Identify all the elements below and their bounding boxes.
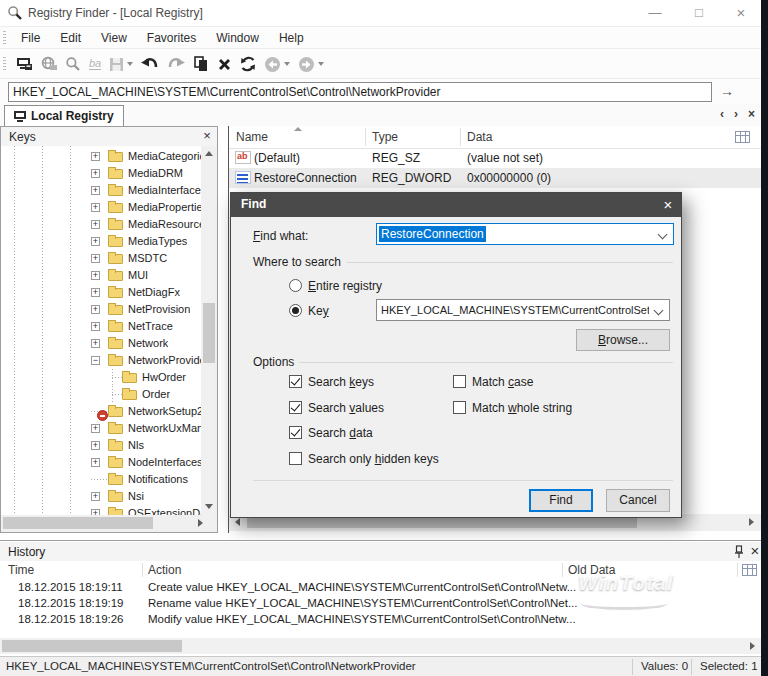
- entire-registry-radio[interactable]: [289, 279, 302, 292]
- delete-icon[interactable]: [213, 52, 236, 76]
- scroll-right-icon[interactable]: [750, 642, 755, 650]
- menu-help[interactable]: Help: [269, 28, 314, 48]
- tree-item-Nls[interactable]: +Nls: [1, 437, 201, 454]
- copy-icon[interactable]: [189, 52, 213, 76]
- find-button[interactable]: Find: [529, 489, 593, 512]
- tree-vertical-scrollbar[interactable]: [201, 146, 217, 515]
- chevron-down-icon[interactable]: [658, 230, 668, 240]
- scrollbar-thumb[interactable]: [3, 517, 153, 529]
- tree-expander-icon[interactable]: +: [91, 271, 100, 280]
- find-dialog-titlebar[interactable]: Find ×: [231, 193, 681, 217]
- key-radio[interactable]: [289, 304, 302, 317]
- tree-item-MUI[interactable]: +MUI: [1, 267, 201, 284]
- tree-item-Notifications[interactable]: Notifications: [1, 471, 201, 488]
- refresh-icon[interactable]: [236, 52, 260, 76]
- scroll-right-icon[interactable]: [749, 518, 754, 526]
- tree-expander-icon[interactable]: +: [91, 492, 100, 501]
- tree-item-MediaResource[interactable]: +MediaResource: [1, 216, 201, 233]
- checkbox-search-only-hidden-keys[interactable]: [289, 452, 302, 465]
- scroll-down-icon[interactable]: [205, 504, 213, 509]
- tree-expander-icon[interactable]: +: [91, 458, 100, 467]
- browse-button[interactable]: Browse...: [576, 329, 670, 351]
- column-options-icon[interactable]: [742, 564, 757, 576]
- tree-expander-icon[interactable]: +: [91, 152, 100, 161]
- tree-expander-icon[interactable]: +: [91, 339, 100, 348]
- tree-expander-icon[interactable]: −: [91, 356, 100, 365]
- history-row[interactable]: 18.12.2015 18:19:19 Rename value HKEY_LO…: [0, 596, 761, 612]
- tree-item-MediaPropertie[interactable]: +MediaPropertie: [1, 199, 201, 216]
- menu-window[interactable]: Window: [206, 28, 269, 48]
- history-horizontal-scrollbar[interactable]: [0, 638, 761, 654]
- keys-close-icon[interactable]: ×: [199, 128, 215, 144]
- tree-item-OSExtensionDat[interactable]: +OSExtensionDat: [1, 505, 201, 515]
- tree-item-MediaInterface[interactable]: +MediaInterface: [1, 182, 201, 199]
- tree-item-HwOrder[interactable]: HwOrder: [1, 369, 201, 386]
- entire-registry-label[interactable]: Entire registry: [308, 279, 382, 293]
- forward-icon[interactable]: [294, 52, 328, 76]
- checkbox-search-values[interactable]: [289, 401, 302, 414]
- checkbox-match-case[interactable]: [453, 375, 466, 388]
- tree-item-Nsi[interactable]: +Nsi: [1, 488, 201, 505]
- tree-expander-icon[interactable]: +: [91, 322, 100, 331]
- address-input[interactable]: [8, 82, 712, 102]
- menu-view[interactable]: View: [91, 28, 137, 48]
- rename-icon[interactable]: ba: [85, 52, 105, 76]
- menu-edit[interactable]: Edit: [50, 28, 91, 48]
- tree-expander-icon[interactable]: +: [91, 424, 100, 433]
- tree-item-MediaDRM[interactable]: +MediaDRM: [1, 165, 201, 182]
- tab-local-registry[interactable]: Local Registry: [4, 105, 124, 126]
- tree-expander-icon[interactable]: +: [91, 305, 100, 314]
- column-name[interactable]: Name: [236, 130, 268, 144]
- forward-dropdown-icon[interactable]: [318, 62, 324, 66]
- checkbox-match-whole-string[interactable]: [453, 401, 466, 414]
- history-row[interactable]: 18.12.2015 18:19:26 Modify value HKEY_LO…: [0, 612, 761, 628]
- redo-icon[interactable]: [163, 52, 189, 76]
- maximize-button[interactable]: □: [684, 4, 714, 22]
- key-radio-label[interactable]: Key: [308, 304, 329, 318]
- tree-item-MediaCategorie[interactable]: +MediaCategorie: [1, 148, 201, 165]
- column-options-icon[interactable]: [735, 131, 750, 143]
- column-type[interactable]: Type: [372, 130, 398, 144]
- tab-scroll-left-icon[interactable]: ‹: [720, 107, 724, 121]
- scrollbar-thumb[interactable]: [2, 640, 182, 652]
- menu-file[interactable]: File: [11, 28, 50, 48]
- find-dialog-close-icon[interactable]: ×: [657, 195, 679, 215]
- tree-item-NetDiagFx[interactable]: +NetDiagFx: [1, 284, 201, 301]
- tree-item-Order[interactable]: Order: [1, 386, 201, 403]
- minimize-button[interactable]: —: [640, 4, 670, 22]
- tree-item-NetworkUxMan[interactable]: +NetworkUxMan: [1, 420, 201, 437]
- back-icon[interactable]: [260, 52, 294, 76]
- connect-local-registry-icon[interactable]: [12, 52, 37, 76]
- tree-expander-icon[interactable]: +: [91, 288, 100, 297]
- find-icon[interactable]: [61, 52, 85, 76]
- tree-item-NodeInterfaces[interactable]: +NodeInterfaces: [1, 454, 201, 471]
- connect-remote-registry-icon[interactable]: [37, 52, 61, 76]
- tree-item-NetworkSetup2[interactable]: NetworkSetup2: [1, 403, 201, 420]
- chevron-down-icon[interactable]: [654, 306, 664, 316]
- tree-item-MSDTC[interactable]: +MSDTC: [1, 250, 201, 267]
- column-time[interactable]: Time: [8, 563, 34, 577]
- tab-close-icon[interactable]: ×: [748, 107, 755, 121]
- tree-expander-icon[interactable]: +: [91, 254, 100, 263]
- close-button[interactable]: ×: [726, 4, 756, 22]
- tree-item-Network[interactable]: +Network: [1, 335, 201, 352]
- cancel-button[interactable]: Cancel: [606, 489, 670, 512]
- save-icon[interactable]: [105, 52, 137, 76]
- scroll-up-icon[interactable]: [205, 151, 213, 156]
- tree-item-NetProvision[interactable]: +NetProvision: [1, 301, 201, 318]
- scrollbar-thumb[interactable]: [203, 303, 215, 363]
- undo-icon[interactable]: [137, 52, 163, 76]
- history-row[interactable]: 18.12.2015 18:19:11 Create value HKEY_LO…: [0, 580, 761, 596]
- column-action[interactable]: Action: [148, 563, 181, 577]
- tree-expander-icon[interactable]: +: [91, 220, 100, 229]
- save-dropdown-icon[interactable]: [127, 62, 133, 66]
- tree-item-NetTrace[interactable]: +NetTrace: [1, 318, 201, 335]
- tree-item-MediaTypes[interactable]: +MediaTypes: [1, 233, 201, 250]
- checkbox-search-keys[interactable]: [289, 375, 302, 388]
- tree-expander-icon[interactable]: +: [91, 203, 100, 212]
- value-row[interactable]: (Default) REG_SZ (value not set): [229, 148, 761, 168]
- tree-expander-icon[interactable]: +: [91, 186, 100, 195]
- checkbox-search-data[interactable]: [289, 426, 302, 439]
- key-combobox[interactable]: HKEY_LOCAL_MACHINE\SYSTEM\CurrentControl…: [376, 299, 670, 321]
- pin-icon[interactable]: [734, 545, 744, 559]
